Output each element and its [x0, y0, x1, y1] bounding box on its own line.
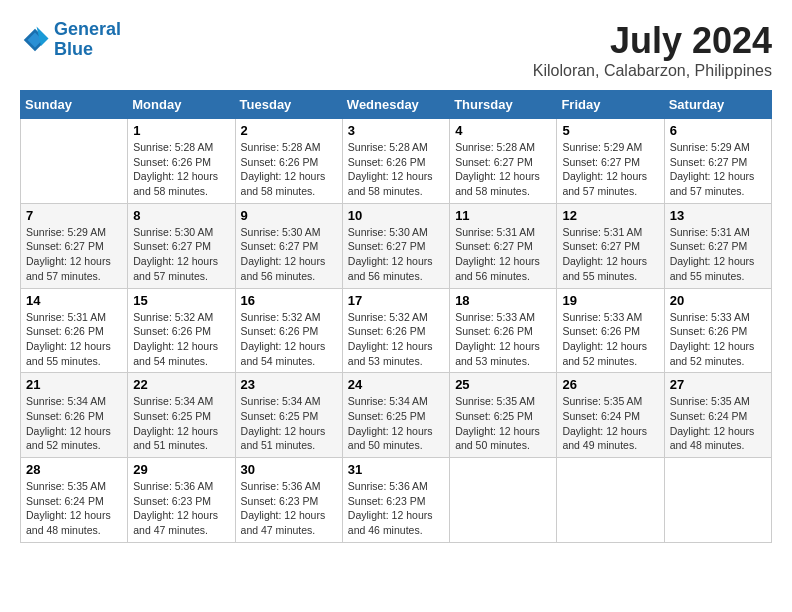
calendar-cell — [450, 458, 557, 543]
day-number: 25 — [455, 377, 551, 392]
calendar-cell: 10Sunrise: 5:30 AM Sunset: 6:27 PM Dayli… — [342, 203, 449, 288]
calendar-cell: 21Sunrise: 5:34 AM Sunset: 6:26 PM Dayli… — [21, 373, 128, 458]
calendar-cell: 23Sunrise: 5:34 AM Sunset: 6:25 PM Dayli… — [235, 373, 342, 458]
calendar-cell — [557, 458, 664, 543]
calendar-cell: 15Sunrise: 5:32 AM Sunset: 6:26 PM Dayli… — [128, 288, 235, 373]
cell-info: Sunrise: 5:30 AM Sunset: 6:27 PM Dayligh… — [241, 225, 337, 284]
cell-info: Sunrise: 5:36 AM Sunset: 6:23 PM Dayligh… — [241, 479, 337, 538]
calendar-cell: 27Sunrise: 5:35 AM Sunset: 6:24 PM Dayli… — [664, 373, 771, 458]
day-number: 16 — [241, 293, 337, 308]
cell-info: Sunrise: 5:33 AM Sunset: 6:26 PM Dayligh… — [670, 310, 766, 369]
day-number: 1 — [133, 123, 229, 138]
day-number: 24 — [348, 377, 444, 392]
calendar-cell: 3Sunrise: 5:28 AM Sunset: 6:26 PM Daylig… — [342, 119, 449, 204]
weekday-header-wednesday: Wednesday — [342, 91, 449, 119]
weekday-header-monday: Monday — [128, 91, 235, 119]
logo-icon — [20, 25, 50, 55]
day-number: 6 — [670, 123, 766, 138]
week-row-4: 21Sunrise: 5:34 AM Sunset: 6:26 PM Dayli… — [21, 373, 772, 458]
calendar-cell — [664, 458, 771, 543]
calendar-cell: 31Sunrise: 5:36 AM Sunset: 6:23 PM Dayli… — [342, 458, 449, 543]
cell-info: Sunrise: 5:29 AM Sunset: 6:27 PM Dayligh… — [26, 225, 122, 284]
page-subtitle: Kiloloran, Calabarzon, Philippines — [533, 62, 772, 80]
day-number: 31 — [348, 462, 444, 477]
logo: General Blue — [20, 20, 121, 60]
cell-info: Sunrise: 5:32 AM Sunset: 6:26 PM Dayligh… — [241, 310, 337, 369]
page-title: July 2024 — [533, 20, 772, 62]
cell-info: Sunrise: 5:29 AM Sunset: 6:27 PM Dayligh… — [670, 140, 766, 199]
day-number: 22 — [133, 377, 229, 392]
day-number: 2 — [241, 123, 337, 138]
cell-info: Sunrise: 5:35 AM Sunset: 6:24 PM Dayligh… — [562, 394, 658, 453]
cell-info: Sunrise: 5:35 AM Sunset: 6:25 PM Dayligh… — [455, 394, 551, 453]
weekday-header-saturday: Saturday — [664, 91, 771, 119]
week-row-3: 14Sunrise: 5:31 AM Sunset: 6:26 PM Dayli… — [21, 288, 772, 373]
day-number: 4 — [455, 123, 551, 138]
cell-info: Sunrise: 5:34 AM Sunset: 6:25 PM Dayligh… — [133, 394, 229, 453]
week-row-2: 7Sunrise: 5:29 AM Sunset: 6:27 PM Daylig… — [21, 203, 772, 288]
cell-info: Sunrise: 5:28 AM Sunset: 6:26 PM Dayligh… — [241, 140, 337, 199]
calendar-cell: 2Sunrise: 5:28 AM Sunset: 6:26 PM Daylig… — [235, 119, 342, 204]
calendar-cell: 6Sunrise: 5:29 AM Sunset: 6:27 PM Daylig… — [664, 119, 771, 204]
calendar-cell: 4Sunrise: 5:28 AM Sunset: 6:27 PM Daylig… — [450, 119, 557, 204]
day-number: 3 — [348, 123, 444, 138]
cell-info: Sunrise: 5:28 AM Sunset: 6:27 PM Dayligh… — [455, 140, 551, 199]
day-number: 21 — [26, 377, 122, 392]
weekday-header-friday: Friday — [557, 91, 664, 119]
cell-info: Sunrise: 5:30 AM Sunset: 6:27 PM Dayligh… — [133, 225, 229, 284]
calendar-cell: 19Sunrise: 5:33 AM Sunset: 6:26 PM Dayli… — [557, 288, 664, 373]
day-number: 9 — [241, 208, 337, 223]
calendar-cell: 5Sunrise: 5:29 AM Sunset: 6:27 PM Daylig… — [557, 119, 664, 204]
day-number: 17 — [348, 293, 444, 308]
calendar-cell: 17Sunrise: 5:32 AM Sunset: 6:26 PM Dayli… — [342, 288, 449, 373]
cell-info: Sunrise: 5:28 AM Sunset: 6:26 PM Dayligh… — [348, 140, 444, 199]
cell-info: Sunrise: 5:31 AM Sunset: 6:26 PM Dayligh… — [26, 310, 122, 369]
calendar-cell: 7Sunrise: 5:29 AM Sunset: 6:27 PM Daylig… — [21, 203, 128, 288]
cell-info: Sunrise: 5:33 AM Sunset: 6:26 PM Dayligh… — [562, 310, 658, 369]
calendar-cell: 24Sunrise: 5:34 AM Sunset: 6:25 PM Dayli… — [342, 373, 449, 458]
logo-text: General Blue — [54, 20, 121, 60]
cell-info: Sunrise: 5:32 AM Sunset: 6:26 PM Dayligh… — [348, 310, 444, 369]
cell-info: Sunrise: 5:29 AM Sunset: 6:27 PM Dayligh… — [562, 140, 658, 199]
cell-info: Sunrise: 5:28 AM Sunset: 6:26 PM Dayligh… — [133, 140, 229, 199]
calendar-cell: 9Sunrise: 5:30 AM Sunset: 6:27 PM Daylig… — [235, 203, 342, 288]
day-number: 29 — [133, 462, 229, 477]
cell-info: Sunrise: 5:34 AM Sunset: 6:25 PM Dayligh… — [348, 394, 444, 453]
calendar-cell: 16Sunrise: 5:32 AM Sunset: 6:26 PM Dayli… — [235, 288, 342, 373]
header-row: SundayMondayTuesdayWednesdayThursdayFrid… — [21, 91, 772, 119]
calendar-cell: 8Sunrise: 5:30 AM Sunset: 6:27 PM Daylig… — [128, 203, 235, 288]
week-row-5: 28Sunrise: 5:35 AM Sunset: 6:24 PM Dayli… — [21, 458, 772, 543]
calendar-table: SundayMondayTuesdayWednesdayThursdayFrid… — [20, 90, 772, 543]
calendar-cell: 30Sunrise: 5:36 AM Sunset: 6:23 PM Dayli… — [235, 458, 342, 543]
calendar-cell: 18Sunrise: 5:33 AM Sunset: 6:26 PM Dayli… — [450, 288, 557, 373]
day-number: 30 — [241, 462, 337, 477]
calendar-cell: 13Sunrise: 5:31 AM Sunset: 6:27 PM Dayli… — [664, 203, 771, 288]
cell-info: Sunrise: 5:36 AM Sunset: 6:23 PM Dayligh… — [133, 479, 229, 538]
title-block: July 2024 Kiloloran, Calabarzon, Philipp… — [533, 20, 772, 80]
calendar-cell: 28Sunrise: 5:35 AM Sunset: 6:24 PM Dayli… — [21, 458, 128, 543]
calendar-cell — [21, 119, 128, 204]
logo-blue: Blue — [54, 39, 93, 59]
day-number: 8 — [133, 208, 229, 223]
day-number: 13 — [670, 208, 766, 223]
calendar-cell: 12Sunrise: 5:31 AM Sunset: 6:27 PM Dayli… — [557, 203, 664, 288]
cell-info: Sunrise: 5:32 AM Sunset: 6:26 PM Dayligh… — [133, 310, 229, 369]
page-header: General Blue July 2024 Kiloloran, Calaba… — [20, 20, 772, 80]
cell-info: Sunrise: 5:31 AM Sunset: 6:27 PM Dayligh… — [562, 225, 658, 284]
day-number: 28 — [26, 462, 122, 477]
day-number: 7 — [26, 208, 122, 223]
calendar-cell: 14Sunrise: 5:31 AM Sunset: 6:26 PM Dayli… — [21, 288, 128, 373]
weekday-header-tuesday: Tuesday — [235, 91, 342, 119]
day-number: 23 — [241, 377, 337, 392]
cell-info: Sunrise: 5:34 AM Sunset: 6:25 PM Dayligh… — [241, 394, 337, 453]
day-number: 20 — [670, 293, 766, 308]
calendar-cell: 29Sunrise: 5:36 AM Sunset: 6:23 PM Dayli… — [128, 458, 235, 543]
weekday-header-sunday: Sunday — [21, 91, 128, 119]
cell-info: Sunrise: 5:36 AM Sunset: 6:23 PM Dayligh… — [348, 479, 444, 538]
calendar-cell: 11Sunrise: 5:31 AM Sunset: 6:27 PM Dayli… — [450, 203, 557, 288]
day-number: 10 — [348, 208, 444, 223]
day-number: 15 — [133, 293, 229, 308]
cell-info: Sunrise: 5:33 AM Sunset: 6:26 PM Dayligh… — [455, 310, 551, 369]
cell-info: Sunrise: 5:34 AM Sunset: 6:26 PM Dayligh… — [26, 394, 122, 453]
cell-info: Sunrise: 5:35 AM Sunset: 6:24 PM Dayligh… — [670, 394, 766, 453]
